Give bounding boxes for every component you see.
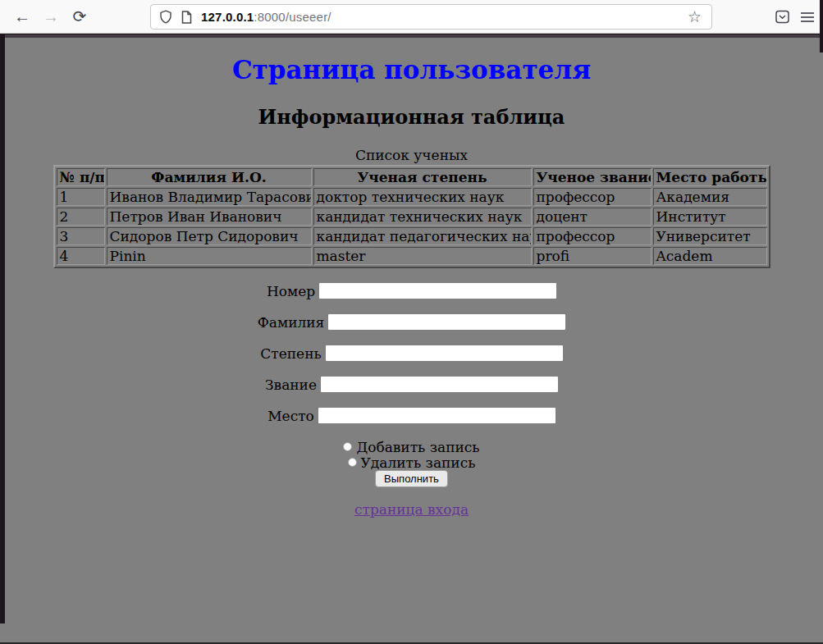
table-cell: Петров Иван Иванович <box>107 208 312 226</box>
place-input[interactable] <box>318 408 556 423</box>
window-frame-left <box>0 34 5 623</box>
table-cell: 3 <box>57 227 105 245</box>
place-label: Место <box>267 408 314 424</box>
number-label: Номер <box>267 283 315 299</box>
record-form: НомерФамилияСтепеньЗваниеМесто Добавить … <box>0 283 823 487</box>
radio-button-icon[interactable] <box>343 442 352 451</box>
window-chrome-strip <box>0 34 823 38</box>
shield-icon[interactable] <box>159 10 172 24</box>
url-text: 127.0.0.1:8000/useeer/ <box>201 10 331 24</box>
page-subtitle: Информационная таблица <box>0 105 823 129</box>
table-cell: доктор технических наук <box>313 188 532 206</box>
column-header: Фамилия И.О. <box>107 168 312 186</box>
column-header: Ученое звание <box>533 168 652 186</box>
surname-label: Фамилия <box>258 314 325 331</box>
degree-input[interactable] <box>326 345 563 361</box>
browser-window: ← → ⟳ 127.0.0.1:8000/useeer/ ☆ <box>0 0 823 644</box>
surname-input[interactable] <box>328 314 565 330</box>
form-row: Фамилия <box>0 314 823 330</box>
number-input[interactable] <box>319 283 556 299</box>
form-row: Звание <box>0 377 823 392</box>
url-bar[interactable]: 127.0.0.1:8000/useeer/ ☆ <box>150 4 712 30</box>
back-icon[interactable]: ← <box>10 4 34 29</box>
browser-toolbar: ← → ⟳ 127.0.0.1:8000/useeer/ ☆ <box>0 0 823 34</box>
url-host: 127.0.0.1 <box>201 10 254 24</box>
column-header: № п/п <box>57 168 105 186</box>
form-row: Место <box>0 408 823 423</box>
table-row: 1Иванов Владимир Тарасовичдоктор техниче… <box>57 188 767 206</box>
table-cell: 1 <box>57 188 105 206</box>
table-header-row: № п/пФамилия И.О.Ученая степеньУченое зв… <box>57 168 767 186</box>
radio-group: Добавить записьУдалить запись <box>0 439 823 470</box>
table-row: 4PininmasterprofiAcadem <box>57 247 767 265</box>
radio-label: Добавить запись <box>356 439 479 455</box>
url-path: :8000/useeer/ <box>254 10 331 24</box>
degree-label: Степень <box>260 345 321 362</box>
table-cell: Pinin <box>107 247 312 265</box>
table-row: 2Петров Иван Ивановичкандидат технически… <box>57 208 767 226</box>
table-cell: кандидат педагогических наук <box>313 227 532 245</box>
pocket-save-icon[interactable] <box>775 9 790 25</box>
page-icon <box>181 11 192 24</box>
table-caption: Список ученых <box>0 147 823 163</box>
table-cell: доцент <box>533 208 652 226</box>
window-frame-right <box>820 0 823 53</box>
table-cell: Сидоров Петр Сидорович <box>107 227 312 245</box>
table-cell: профессор <box>533 227 652 245</box>
reload-icon[interactable]: ⟳ <box>67 4 92 29</box>
table-cell: 4 <box>57 247 105 265</box>
table-cell: Иванов Владимир Тарасович <box>107 188 312 206</box>
form-row: Степень <box>0 345 823 361</box>
form-row: Номер <box>0 283 823 299</box>
page-title: Страница пользователя <box>0 55 823 84</box>
scientists-table: № п/пФамилия И.О.Ученая степеньУченое зв… <box>53 165 770 268</box>
radio-option[interactable]: Добавить запись <box>0 439 823 454</box>
table-cell: Институт <box>653 208 767 226</box>
menu-hamburger-icon[interactable] <box>800 11 815 23</box>
rank-input[interactable] <box>321 377 558 392</box>
forward-icon: → <box>39 4 63 29</box>
table-row: 3Сидоров Петр Сидоровичкандидат педагоги… <box>57 227 767 245</box>
bookmark-star-icon[interactable]: ☆ <box>688 7 702 26</box>
column-header: Ученая степень <box>313 168 532 186</box>
table-cell: master <box>313 247 532 265</box>
table-cell: Academ <box>653 247 767 265</box>
table-cell: profi <box>533 247 652 265</box>
table-body: 1Иванов Владимир Тарасовичдоктор техниче… <box>57 188 767 265</box>
table-cell: 2 <box>57 208 105 226</box>
table-cell: Академия <box>653 188 767 206</box>
form-fields: НомерФамилияСтепеньЗваниеМесто <box>0 283 823 423</box>
page-viewport: Страница пользователя Информационная таб… <box>0 38 823 644</box>
radio-option[interactable]: Удалить запись <box>0 454 823 470</box>
login-page-link[interactable]: страница входа <box>354 501 469 518</box>
radio-button-icon[interactable] <box>348 458 357 467</box>
radio-label: Удалить запись <box>361 454 476 471</box>
execute-button[interactable]: Выполнить <box>375 470 448 487</box>
table-cell: Университет <box>653 227 767 245</box>
rank-label: Звание <box>265 377 317 393</box>
column-header: Место работы <box>653 168 767 186</box>
table-cell: кандидат технических наук <box>313 208 532 226</box>
table-cell: профессор <box>533 188 652 206</box>
